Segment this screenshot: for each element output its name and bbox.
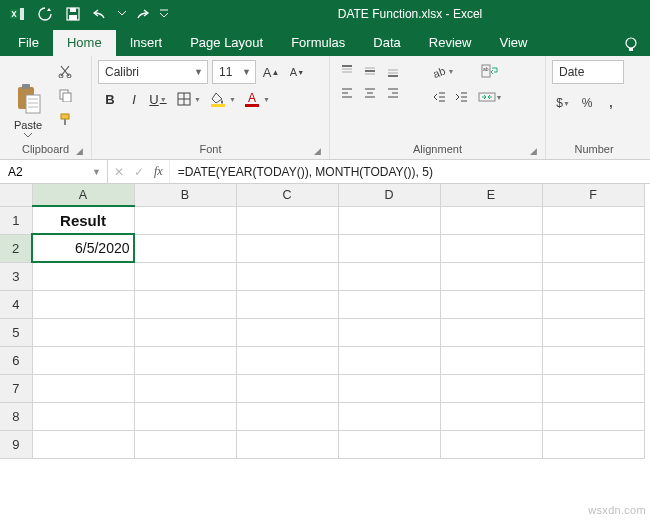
merge-center-button[interactable]: ▼ [476, 86, 504, 108]
cell-E8[interactable] [440, 402, 542, 430]
align-middle-button[interactable] [359, 60, 381, 82]
cell-A4[interactable] [32, 290, 134, 318]
increase-indent-button[interactable] [450, 86, 472, 108]
align-bottom-button[interactable] [382, 60, 404, 82]
font-family-select[interactable]: Calibri ▼ [98, 60, 208, 84]
percent-format-button[interactable]: % [576, 92, 598, 114]
alignment-launcher-icon[interactable]: ◢ [527, 145, 539, 157]
row-header[interactable]: 4 [0, 290, 32, 318]
cell-F7[interactable] [542, 374, 644, 402]
cell-B2[interactable] [134, 234, 236, 262]
formula-input[interactable]: =DATE(YEAR(TODAY()), MONTH(TODAY()), 5) [170, 160, 650, 183]
cell-A9[interactable] [32, 430, 134, 458]
column-header[interactable]: C [236, 184, 338, 206]
font-size-select[interactable]: 11 ▼ [212, 60, 256, 84]
column-header[interactable]: B [134, 184, 236, 206]
row-header[interactable]: 2 [0, 234, 32, 262]
cell-E1[interactable] [440, 206, 542, 234]
cut-button[interactable] [54, 60, 76, 82]
cell-D2[interactable] [338, 234, 440, 262]
tab-data[interactable]: Data [359, 30, 414, 56]
worksheet-grid[interactable]: ABCDEF1Result26/5/20203456789 wsxdn.com [0, 184, 650, 520]
accounting-format-button[interactable]: $▼ [552, 92, 574, 114]
cell-C3[interactable] [236, 262, 338, 290]
excel-app-icon[interactable] [4, 2, 30, 26]
cell-F2[interactable] [542, 234, 644, 262]
redo-button[interactable] [130, 2, 156, 26]
cell-B7[interactable] [134, 374, 236, 402]
clipboard-launcher-icon[interactable]: ◢ [73, 145, 85, 157]
cell-F5[interactable] [542, 318, 644, 346]
row-header[interactable]: 7 [0, 374, 32, 402]
font-color-button[interactable]: A ▼ [242, 88, 272, 110]
align-left-button[interactable] [336, 82, 358, 104]
cell-E7[interactable] [440, 374, 542, 402]
qat-customize-icon[interactable] [158, 2, 170, 26]
number-format-select[interactable]: Date [552, 60, 624, 84]
cell-D5[interactable] [338, 318, 440, 346]
cell-A3[interactable] [32, 262, 134, 290]
cell-B5[interactable] [134, 318, 236, 346]
row-header[interactable]: 6 [0, 346, 32, 374]
column-header[interactable]: A [32, 184, 134, 206]
cell-E5[interactable] [440, 318, 542, 346]
cell-C1[interactable] [236, 206, 338, 234]
font-launcher-icon[interactable]: ◢ [311, 145, 323, 157]
decrease-indent-button[interactable] [428, 86, 450, 108]
row-header[interactable]: 9 [0, 430, 32, 458]
cell-E3[interactable] [440, 262, 542, 290]
cancel-formula-icon[interactable]: ✕ [114, 165, 124, 179]
cell-B4[interactable] [134, 290, 236, 318]
undo-button[interactable] [88, 2, 114, 26]
select-all-corner[interactable] [0, 184, 32, 206]
comma-format-button[interactable]: , [600, 92, 622, 114]
cell-A2[interactable]: 6/5/2020 [32, 234, 134, 262]
cell-D9[interactable] [338, 430, 440, 458]
align-center-button[interactable] [359, 82, 381, 104]
cell-D6[interactable] [338, 346, 440, 374]
cell-B3[interactable] [134, 262, 236, 290]
tab-page-layout[interactable]: Page Layout [176, 30, 277, 56]
cell-D8[interactable] [338, 402, 440, 430]
insert-function-button[interactable]: fx [154, 164, 163, 179]
increase-font-button[interactable]: A▲ [260, 61, 282, 83]
underline-button[interactable]: U▼ [146, 88, 170, 110]
cell-E6[interactable] [440, 346, 542, 374]
row-header[interactable]: 3 [0, 262, 32, 290]
fill-color-button[interactable]: ▼ [208, 88, 238, 110]
wrap-text-button[interactable]: ab [476, 60, 504, 82]
cell-C4[interactable] [236, 290, 338, 318]
paste-button[interactable]: Paste [6, 60, 50, 138]
cell-D3[interactable] [338, 262, 440, 290]
cell-A1[interactable]: Result [32, 206, 134, 234]
cell-C2[interactable] [236, 234, 338, 262]
cell-B9[interactable] [134, 430, 236, 458]
cell-C7[interactable] [236, 374, 338, 402]
cell-C8[interactable] [236, 402, 338, 430]
row-header[interactable]: 1 [0, 206, 32, 234]
bold-button[interactable]: B [98, 88, 122, 110]
cell-D1[interactable] [338, 206, 440, 234]
cell-A5[interactable] [32, 318, 134, 346]
tab-insert[interactable]: Insert [116, 30, 177, 56]
cell-F6[interactable] [542, 346, 644, 374]
cell-C9[interactable] [236, 430, 338, 458]
column-header[interactable]: F [542, 184, 644, 206]
cell-F1[interactable] [542, 206, 644, 234]
column-header[interactable]: D [338, 184, 440, 206]
cell-B6[interactable] [134, 346, 236, 374]
cell-B1[interactable] [134, 206, 236, 234]
row-header[interactable]: 5 [0, 318, 32, 346]
cell-C5[interactable] [236, 318, 338, 346]
cell-D4[interactable] [338, 290, 440, 318]
cell-F3[interactable] [542, 262, 644, 290]
cell-E4[interactable] [440, 290, 542, 318]
row-header[interactable]: 8 [0, 402, 32, 430]
orientation-button[interactable]: ab▼ [428, 60, 458, 82]
cell-C6[interactable] [236, 346, 338, 374]
cell-B8[interactable] [134, 402, 236, 430]
column-header[interactable]: E [440, 184, 542, 206]
name-box[interactable]: A2 ▼ [0, 160, 108, 183]
cell-F4[interactable] [542, 290, 644, 318]
tab-file[interactable]: File [4, 30, 53, 56]
